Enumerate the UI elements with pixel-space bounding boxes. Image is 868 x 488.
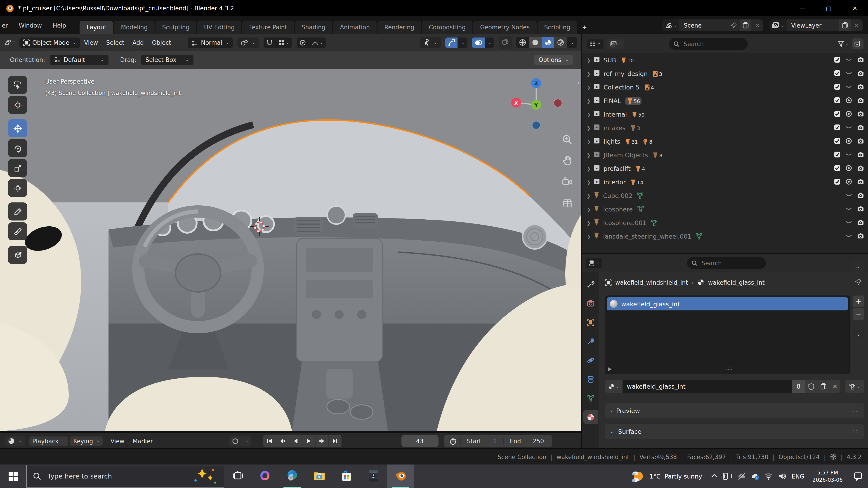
outliner-item-name[interactable]: FINAL: [603, 97, 621, 104]
material-name-field[interactable]: wakefield_glass_int: [622, 380, 792, 393]
snap-toggle[interactable]: [264, 37, 276, 48]
menu-render-clipped[interactable]: er: [0, 22, 13, 29]
outliner-search-input[interactable]: [683, 40, 743, 48]
remove-slot-button[interactable]: −: [852, 308, 864, 320]
workspace-tab-scripting[interactable]: Scripting: [537, 21, 577, 34]
breadcrumb-material[interactable]: wakefield_glass_int: [708, 279, 765, 286]
taskbar-search-input[interactable]: [46, 472, 187, 480]
close-button[interactable]: ✕: [842, 0, 868, 16]
properties-editor-type-icon[interactable]: ⌄: [586, 258, 602, 268]
collection-checkbox[interactable]: [834, 151, 841, 159]
tool-rotate-button[interactable]: [8, 139, 27, 157]
properties-tab-constraints[interactable]: [583, 372, 598, 386]
prev-key-button[interactable]: [276, 435, 289, 447]
disable-render-toggle[interactable]: [857, 69, 864, 78]
tool-cursor-button[interactable]: [8, 96, 27, 114]
stopwatch-icon[interactable]: [445, 437, 460, 445]
view-menu[interactable]: View: [106, 436, 129, 446]
menu-view[interactable]: View: [80, 37, 102, 48]
tool-annotate-button[interactable]: [8, 202, 27, 221]
hide-viewport-toggle[interactable]: [845, 164, 852, 173]
minimize-button[interactable]: —: [789, 0, 815, 16]
outliner-item-name[interactable]: lights: [603, 138, 620, 145]
outliner-item-name[interactable]: Cube.002: [603, 192, 632, 199]
outliner-item-name[interactable]: JBeam Objects: [603, 151, 648, 159]
overlays-dropdown[interactable]: ⌄: [485, 38, 494, 46]
outliner-row-jbeam-objects[interactable]: ❯JBeam Objects8: [582, 148, 868, 162]
collection-checkbox[interactable]: [834, 96, 841, 105]
play-button[interactable]: [302, 435, 315, 447]
shading-dropdown[interactable]: ⌄: [567, 38, 577, 46]
workspace-tab-layout[interactable]: Layout: [80, 21, 113, 34]
tool-box-select-button[interactable]: [8, 76, 27, 94]
shading-material-button[interactable]: [542, 37, 555, 48]
disable-render-toggle[interactable]: [857, 232, 864, 240]
shading-wireframe-button[interactable]: [517, 37, 529, 48]
collection-checkbox[interactable]: [834, 137, 841, 146]
add-slot-button[interactable]: +: [852, 295, 864, 307]
disable-render-toggle[interactable]: [857, 164, 864, 173]
hide-viewport-toggle[interactable]: [845, 69, 852, 78]
expand-arrow-icon[interactable]: ❯: [587, 85, 593, 90]
next-key-button[interactable]: [315, 435, 329, 447]
jump-start-button[interactable]: [263, 435, 276, 447]
mode-selector[interactable]: Object Mode⌄: [19, 37, 80, 48]
material-browse-icon[interactable]: ⌄: [605, 380, 622, 393]
outliner-row-lights[interactable]: ❯lights318: [582, 135, 868, 148]
panel-grip[interactable]: ∷∷: [853, 430, 859, 433]
copy-material-icon[interactable]: [817, 380, 829, 393]
hide-viewport-toggle[interactable]: [845, 137, 852, 146]
expand-arrow-icon[interactable]: ❯: [587, 58, 593, 63]
outliner-item-name[interactable]: interior: [603, 178, 626, 186]
slot-specials-dropdown[interactable]: ⌄: [852, 328, 864, 340]
hide-viewport-toggle[interactable]: [845, 110, 852, 119]
tool-add-cube-button[interactable]: [8, 246, 27, 264]
properties-tab-data[interactable]: [583, 391, 598, 405]
playback-menu[interactable]: Playback⌄: [29, 436, 68, 446]
current-frame-field[interactable]: 43: [401, 435, 438, 447]
frame-start-field[interactable]: Start1: [460, 437, 503, 445]
sidebar-collapse-arrow[interactable]: ‹: [577, 79, 580, 86]
overlays-toggle[interactable]: [472, 37, 485, 48]
remove-viewlayer-icon[interactable]: ✕: [851, 20, 863, 31]
panel-grip[interactable]: ∷∷: [853, 409, 859, 412]
collection-checkbox[interactable]: [834, 178, 841, 186]
tool-move-button[interactable]: [8, 119, 27, 137]
outliner-row-intakes[interactable]: ❯intakes3: [582, 121, 868, 135]
pin-icon[interactable]: [855, 278, 862, 287]
language-indicator[interactable]: ENG: [789, 464, 807, 488]
navigation-gizmo[interactable]: Z X Y: [509, 74, 563, 134]
breadcrumb-object[interactable]: wakefield_windshield_int: [615, 279, 688, 286]
disable-render-toggle[interactable]: [857, 219, 864, 227]
proportional-edit-toggle[interactable]: [297, 37, 309, 48]
hide-viewport-toggle[interactable]: [845, 219, 852, 227]
taskbar-search[interactable]: [26, 465, 224, 488]
outliner-item-name[interactable]: Collection 5: [603, 84, 640, 91]
hide-viewport-toggle[interactable]: [845, 191, 852, 200]
outliner-row-final[interactable]: ❯FINAL56: [582, 94, 868, 107]
disable-render-toggle[interactable]: [857, 205, 864, 214]
timeline-editor-type-icon[interactable]: ⌄: [4, 436, 25, 446]
collection-checkbox[interactable]: [834, 69, 841, 78]
pivot-point-button[interactable]: ⌄: [237, 37, 259, 48]
viewlayer-icon[interactable]: ⌄: [770, 20, 786, 31]
disable-render-toggle[interactable]: [857, 178, 864, 186]
hide-viewport-toggle[interactable]: [845, 124, 852, 132]
expand-arrow-icon[interactable]: ❯: [587, 166, 593, 171]
expand-arrow-icon[interactable]: ❯: [587, 220, 593, 225]
panel-preview[interactable]: › Preview ∷∷: [605, 403, 864, 418]
outliner-item-name[interactable]: SUB: [603, 57, 616, 64]
workspace-tab-sculpting[interactable]: Sculpting: [155, 21, 196, 34]
disable-render-toggle[interactable]: [857, 124, 864, 132]
outliner-row-internal[interactable]: ❯internal50: [582, 107, 868, 121]
workspace-tab-uv-editing[interactable]: UV Editing: [197, 21, 242, 34]
xray-toggle[interactable]: [499, 36, 512, 49]
drag-dropdown[interactable]: Select Box ⌄: [141, 55, 193, 65]
outliner-item-name[interactable]: Icosphere.001: [603, 219, 647, 226]
material-users-count[interactable]: 8: [792, 380, 805, 393]
viewlayer-name[interactable]: ViewLayer: [786, 22, 839, 29]
snap-target-button[interactable]: ⌄: [276, 37, 292, 48]
gizmos-toggle[interactable]: [445, 37, 458, 48]
editor-type-icon[interactable]: ⌄: [0, 39, 19, 46]
shading-solid-button[interactable]: [529, 37, 542, 48]
